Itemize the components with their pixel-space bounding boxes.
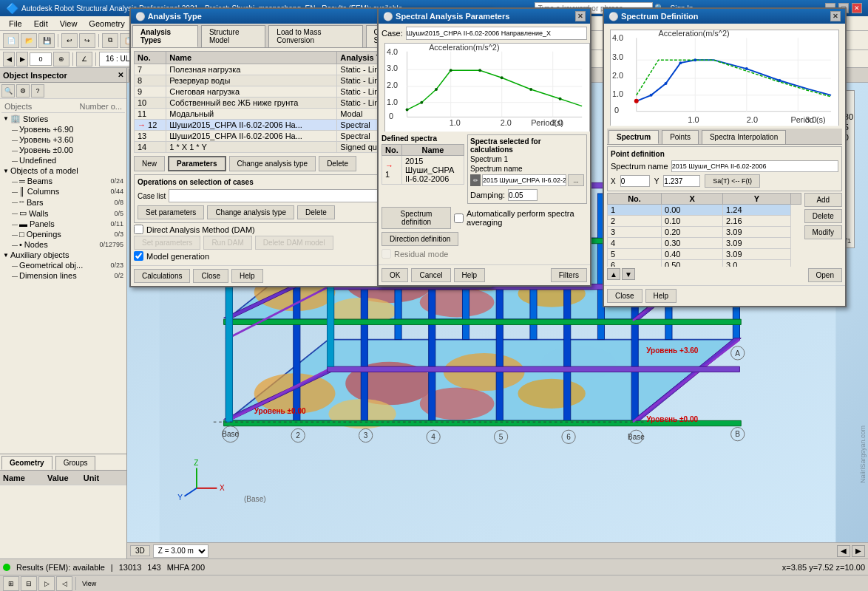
coord-input[interactable]	[30, 52, 52, 66]
close-btn[interactable]: ✕	[852, 3, 862, 13]
cancel-btn[interactable]: Cancel	[411, 268, 450, 282]
delete-dam-btn[interactable]: Delete DAM model	[255, 236, 333, 250]
ds-row-1[interactable]: → 1 2015 Шуши_СНРА II-6.02-2006	[382, 156, 464, 185]
change-analysis-type-btn[interactable]: Change analysis type	[229, 156, 316, 171]
bt-btn4[interactable]: ◁	[56, 576, 72, 591]
spectrum-tab[interactable]: Spectrum	[608, 130, 659, 144]
level-690[interactable]: — Уровень +6.90	[10, 124, 125, 134]
spectrum-edit-icon[interactable]: ✏	[470, 174, 481, 186]
table-up-btn[interactable]: ▲	[607, 268, 620, 280]
objects-model-node[interactable]: ▼ Objects of a model	[1, 165, 125, 176]
tab-load-mass[interactable]: Load to Mass Conversion	[268, 25, 362, 47]
tb2-btn2[interactable]: ▶	[16, 52, 28, 66]
bt-btn2[interactable]: ⊟	[21, 576, 37, 591]
geometry-tab[interactable]: Geometry	[1, 456, 52, 470]
level-360[interactable]: — Уровень +3.60	[10, 134, 125, 145]
menu-file[interactable]: File	[3, 18, 28, 30]
menu-geometry[interactable]: Geometry	[83, 18, 130, 30]
run-dam-btn[interactable]: Run DAM	[203, 236, 251, 250]
level-000[interactable]: — Уровень ±0.00	[10, 145, 125, 155]
residual-checkbox[interactable]	[382, 249, 391, 259]
spectrum-definition-dialog[interactable]: ⚪ Spectrum Definition ✕ 4.0 3.0 2.0 1.0 …	[603, 7, 847, 307]
model-gen-checkbox[interactable]	[134, 251, 143, 261]
close-analysis-btn[interactable]: Close	[193, 269, 228, 283]
open-spectrum-btn[interactable]: Open	[808, 268, 842, 282]
panels-node[interactable]: — ▬ Panels 0/11	[10, 219, 125, 229]
bt-btn1[interactable]: ⊞	[3, 576, 19, 591]
change-analysis-btn2[interactable]: Change analysis type	[207, 205, 294, 219]
dimlines-node[interactable]: — Dimension lines 0/2	[10, 270, 125, 281]
inspector-close[interactable]: ✕	[118, 71, 123, 79]
nodes-node[interactable]: — • Nodes 0/12795	[10, 239, 125, 250]
columns-node[interactable]: — ║ Columns 0/44	[10, 186, 125, 197]
damping-input[interactable]	[508, 189, 538, 201]
help-spectrum-btn[interactable]: Help	[645, 289, 677, 303]
ok-btn[interactable]: OK	[382, 268, 408, 282]
bars-node[interactable]: — ╌ Bars 0/8	[10, 197, 125, 208]
add-point-btn[interactable]: Add	[804, 193, 842, 207]
delete-btn2[interactable]: Delete	[297, 205, 335, 219]
inspector-btn2[interactable]: ⚙	[16, 84, 30, 98]
help-analysis-btn[interactable]: Help	[231, 269, 263, 283]
groups-tab[interactable]: Groups	[55, 456, 96, 470]
y-input[interactable]	[663, 175, 700, 187]
help-spectral-btn[interactable]: Help	[454, 268, 486, 282]
tb2-angle[interactable]: ∠	[76, 52, 92, 66]
menu-edit[interactable]: Edit	[28, 18, 54, 30]
spectrum-name-def-input[interactable]	[671, 160, 838, 172]
spectral-close-btn[interactable]: ✕	[575, 11, 586, 21]
set-params-btn[interactable]: Set parameters	[138, 205, 204, 219]
spectral-analysis-dialog[interactable]: ⚪ Spectral Analysis Parameters ✕ Case: 4…	[377, 7, 591, 287]
next-arrow[interactable]: ▶	[852, 545, 865, 557]
3d-view-btn[interactable]: 3D	[130, 545, 150, 556]
new-btn[interactable]: 📄	[3, 33, 19, 48]
inspector-btn3[interactable]: ?	[31, 84, 44, 98]
beams-node[interactable]: — ═ Beams 0/24	[10, 176, 125, 186]
x-input[interactable]	[620, 175, 650, 187]
spectrum-name-input[interactable]	[482, 174, 566, 186]
direction-def-btn[interactable]: Direction definition	[382, 232, 458, 246]
modify-point-btn[interactable]: Modify	[804, 225, 842, 239]
set-params2-btn[interactable]: Set parameters	[134, 236, 200, 250]
pt-row-5[interactable]: 5 0.40 3.09	[608, 249, 801, 260]
geom-node[interactable]: — Geometrical obj... 0/23	[10, 260, 125, 270]
close-spectrum-btn[interactable]: Close	[607, 289, 642, 303]
pt-row-3[interactable]: 3 0.20 3.09	[608, 227, 801, 238]
auxiliary-node[interactable]: ▼ Auxiliary objects	[1, 250, 125, 260]
prev-arrow[interactable]: ◀	[837, 545, 850, 557]
redo-btn[interactable]: ↪	[79, 33, 95, 48]
menu-view[interactable]: View	[54, 18, 84, 30]
spectrum-def-btn[interactable]: Spectrum definition	[382, 207, 451, 229]
filters-btn[interactable]: Filters	[551, 268, 587, 282]
pt-row-2[interactable]: 2 0.10 2.16	[608, 216, 801, 227]
stories-node[interactable]: ▼ 🏢 Stories	[1, 113, 125, 124]
delete-point-btn[interactable]: Delete	[804, 209, 842, 223]
points-tab[interactable]: Points	[662, 130, 699, 144]
set-func-btn[interactable]: Sa(T) <-- F(t)	[705, 174, 760, 188]
openings-node[interactable]: — □ Openings 0/3	[10, 229, 125, 239]
tab-analysis-types[interactable]: Analysis Types	[132, 25, 198, 47]
inspector-btn1[interactable]: 🔍	[1, 84, 15, 98]
table-down-btn[interactable]: ▼	[622, 268, 635, 280]
tab-structure-model[interactable]: Structure Model	[201, 25, 265, 47]
dam-checkbox[interactable]	[134, 225, 143, 234]
parameters-btn[interactable]: Parameters	[168, 156, 226, 171]
auto-avg-checkbox[interactable]	[454, 213, 464, 223]
walls-node[interactable]: — ▭ Walls 0/5	[10, 208, 125, 219]
new-case-btn[interactable]: New	[134, 156, 165, 171]
open-btn[interactable]: 📂	[21, 33, 37, 48]
tb2-btn1[interactable]: ◀	[3, 52, 15, 66]
save-btn[interactable]: 💾	[38, 33, 55, 48]
spectrum-browse-btn[interactable]: ...	[568, 174, 584, 186]
spectra-interp-tab[interactable]: Spectra Interpolation	[702, 130, 786, 144]
tb2-btn3[interactable]: ⊕	[53, 52, 69, 66]
pt-row-4[interactable]: 4 0.30 3.09	[608, 238, 801, 249]
delete-case-btn[interactable]: Delete	[319, 156, 356, 171]
bt-btn3[interactable]: ▷	[38, 576, 55, 591]
z-dropdown[interactable]: Z = 3.00 m	[153, 544, 208, 558]
pt-row-6[interactable]: 6 0.50 3.0...	[608, 260, 801, 267]
level-undef[interactable]: — Undefined	[10, 155, 125, 165]
case-value-input[interactable]	[406, 27, 587, 40]
pt-row-1[interactable]: 1 0.00 1.24	[608, 205, 801, 216]
spectrum-def-close-btn[interactable]: ✕	[830, 11, 841, 21]
